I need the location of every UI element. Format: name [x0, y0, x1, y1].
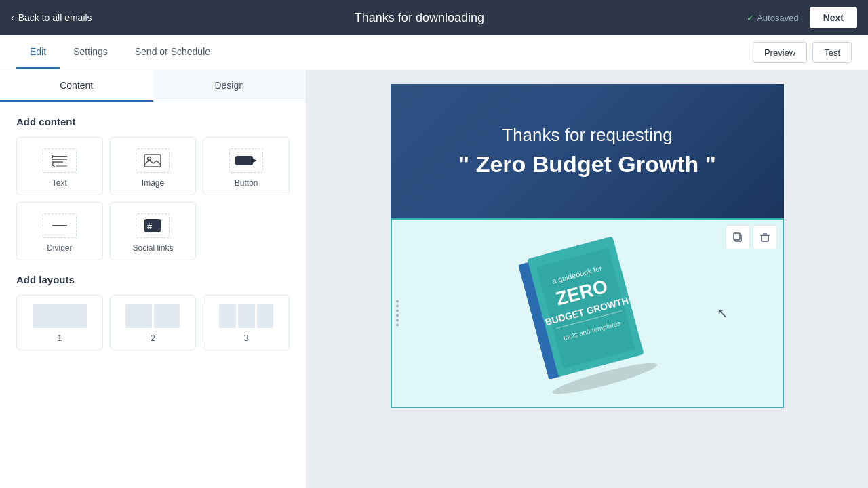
top-bar: ‹ Back to all emails Thanks for download… — [0, 0, 868, 35]
social-label: Social links — [132, 243, 173, 253]
add-content-section: Add content A Text — [0, 102, 306, 364]
drag-dot — [396, 310, 399, 312]
image-label: Image — [142, 178, 164, 188]
test-button[interactable]: Test — [812, 42, 852, 63]
main-layout: Content Design Add content A — [0, 70, 868, 488]
copy-block-button[interactable] — [726, 225, 750, 249]
image-icon — [142, 152, 163, 169]
delete-icon — [760, 232, 770, 243]
layouts-grid: 1 2 3 — [16, 295, 290, 350]
layout-col — [154, 304, 180, 328]
drag-dot — [396, 324, 399, 327]
header-line2: " Zero Budget Growth " — [418, 151, 757, 178]
layout-1col-label: 1 — [57, 333, 62, 343]
svg-rect-15 — [762, 235, 768, 241]
sub-nav: Edit Settings Send or Schedule Preview T… — [0, 35, 868, 70]
cursor-icon: ↖ — [717, 305, 728, 321]
layout-preview-1col — [33, 304, 87, 328]
top-bar-right: ✓ Autosaved Next — [747, 7, 857, 28]
social-links-icon: # — [142, 217, 163, 235]
layout-col — [238, 304, 255, 328]
button-label: Button — [235, 178, 258, 188]
left-panel: Content Design Add content A — [0, 70, 307, 488]
svg-marker-9 — [253, 159, 257, 163]
layout-preview-3col — [219, 304, 273, 328]
content-item-text[interactable]: A Text — [16, 137, 103, 195]
svg-rect-6 — [144, 155, 161, 167]
email-header-block[interactable]: Thanks for requesting " Zero Budget Grow… — [391, 84, 784, 218]
divider-icon-area — [43, 214, 77, 238]
check-icon: ✓ — [747, 13, 754, 23]
header-line1: Thanks for requesting — [418, 125, 757, 146]
email-title: Thanks for downloading — [355, 11, 484, 25]
svg-rect-8 — [235, 156, 253, 165]
tab-settings[interactable]: Settings — [60, 36, 121, 69]
sub-nav-actions: Preview Test — [753, 42, 852, 63]
divider-icon — [50, 218, 70, 234]
chevron-left-icon: ‹ — [11, 12, 14, 23]
svg-rect-14 — [734, 233, 740, 240]
layout-item-1col[interactable]: 1 — [16, 295, 103, 350]
tab-send-schedule[interactable]: Send or Schedule — [121, 36, 224, 69]
next-button[interactable]: Next — [810, 7, 857, 28]
drag-dot — [396, 314, 399, 317]
text-icon-area: A — [43, 148, 77, 173]
text-label: Text — [52, 178, 67, 188]
drag-dot — [396, 305, 399, 308]
delete-block-button[interactable] — [753, 225, 777, 249]
drag-dot — [396, 319, 399, 322]
back-label: Back to all emails — [18, 12, 92, 23]
layout-col — [125, 304, 152, 328]
email-canvas: Thanks for requesting " Zero Budget Grow… — [307, 70, 868, 488]
nav-tabs: Edit Settings Send or Schedule — [16, 36, 224, 69]
book-illustration: a guidebook for ZERO BUDGET GROWTH tools… — [506, 225, 669, 401]
layout-3col-label: 3 — [244, 333, 249, 343]
drag-handle[interactable] — [392, 298, 403, 329]
copy-icon — [732, 232, 743, 243]
back-button[interactable]: ‹ Back to all emails — [11, 12, 92, 23]
email-image-block[interactable]: a guidebook for ZERO BUDGET GROWTH tools… — [391, 218, 784, 408]
layout-item-3col[interactable]: 3 — [203, 295, 290, 350]
panel-tabs: Content Design — [0, 70, 306, 102]
layout-preview-2col — [125, 304, 180, 328]
autosaved-label: Autosaved — [757, 13, 798, 23]
svg-text:#: # — [147, 221, 153, 231]
text-icon: A — [50, 152, 70, 169]
divider-label: Divider — [47, 243, 72, 253]
panel-tab-design[interactable]: Design — [153, 70, 307, 102]
social-icon-area: # — [136, 214, 170, 238]
layout-col — [219, 304, 236, 328]
add-layouts-title: Add layouts — [16, 274, 290, 285]
button-icon — [234, 153, 258, 168]
button-icon-area — [229, 148, 263, 173]
drag-dot — [396, 300, 399, 303]
content-item-image[interactable]: Image — [110, 137, 197, 195]
layout-2col-label: 2 — [151, 333, 155, 343]
email-wrapper: Thanks for requesting " Zero Budget Grow… — [391, 84, 784, 408]
layout-col — [33, 304, 87, 328]
content-item-social[interactable]: # Social links — [110, 202, 197, 260]
image-icon-area — [136, 148, 170, 173]
add-content-title: Add content — [16, 116, 290, 127]
autosaved-indicator: ✓ Autosaved — [747, 13, 798, 23]
content-item-divider[interactable]: Divider — [16, 202, 103, 260]
layout-item-2col[interactable]: 2 — [110, 295, 197, 350]
preview-button[interactable]: Preview — [753, 42, 807, 63]
tab-edit[interactable]: Edit — [16, 36, 60, 69]
content-items-grid: A Text Image — [16, 137, 290, 260]
float-actions — [726, 225, 777, 249]
panel-tab-content[interactable]: Content — [0, 70, 153, 102]
svg-text:A: A — [51, 162, 56, 169]
content-item-button[interactable]: Button — [203, 137, 290, 195]
layout-col — [257, 304, 274, 328]
